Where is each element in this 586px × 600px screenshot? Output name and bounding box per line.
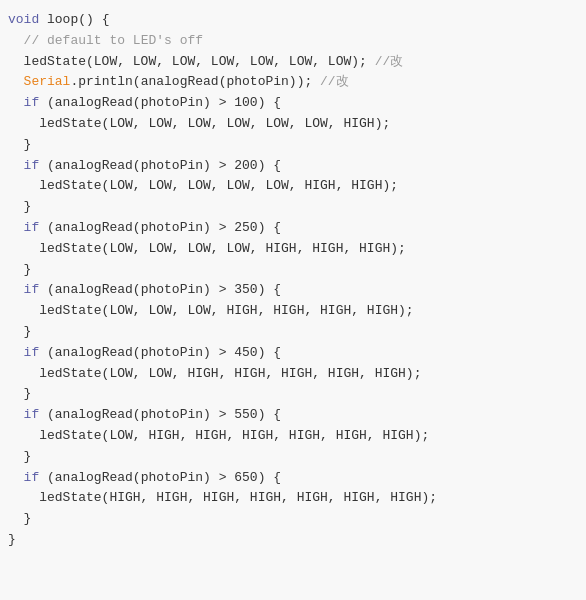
code-line-15: ledState(LOW, LOW, LOW, HIGH, HIGH, HIGH… (8, 301, 578, 322)
code-line-11: if (analogRead(photoPin) > 250) { (8, 218, 578, 239)
code-line-18: ledState(LOW, LOW, HIGH, HIGH, HIGH, HIG… (8, 364, 578, 385)
code-line-25: } (8, 509, 578, 530)
code-line-8: if (analogRead(photoPin) > 200) { (8, 156, 578, 177)
code-line-22: } (8, 447, 578, 468)
code-line-17: if (analogRead(photoPin) > 450) { (8, 343, 578, 364)
code-line-20: if (analogRead(photoPin) > 550) { (8, 405, 578, 426)
code-line-7: } (8, 135, 578, 156)
code-line-9: ledState(LOW, LOW, LOW, LOW, LOW, HIGH, … (8, 176, 578, 197)
code-line-24: ledState(HIGH, HIGH, HIGH, HIGH, HIGH, H… (8, 488, 578, 509)
code-line-2: // default to LED's off (8, 31, 578, 52)
code-line-6: ledState(LOW, LOW, LOW, LOW, LOW, LOW, H… (8, 114, 578, 135)
code-line-21: ledState(LOW, HIGH, HIGH, HIGH, HIGH, HI… (8, 426, 578, 447)
code-line-10: } (8, 197, 578, 218)
code-editor: void loop() { // default to LED's off le… (0, 0, 586, 600)
code-line-3: ledState(LOW, LOW, LOW, LOW, LOW, LOW, L… (8, 52, 578, 73)
code-line-19: } (8, 384, 578, 405)
code-line-16: } (8, 322, 578, 343)
code-line-12: ledState(LOW, LOW, LOW, LOW, HIGH, HIGH,… (8, 239, 578, 260)
code-line-26: } (8, 530, 578, 551)
code-line-1: void loop() { (8, 10, 578, 31)
code-line-4: Serial.println(analogRead(photoPin)); //… (8, 72, 578, 93)
code-line-13: } (8, 260, 578, 281)
code-line-23: if (analogRead(photoPin) > 650) { (8, 468, 578, 489)
code-line-5: if (analogRead(photoPin) > 100) { (8, 93, 578, 114)
code-line-14: if (analogRead(photoPin) > 350) { (8, 280, 578, 301)
